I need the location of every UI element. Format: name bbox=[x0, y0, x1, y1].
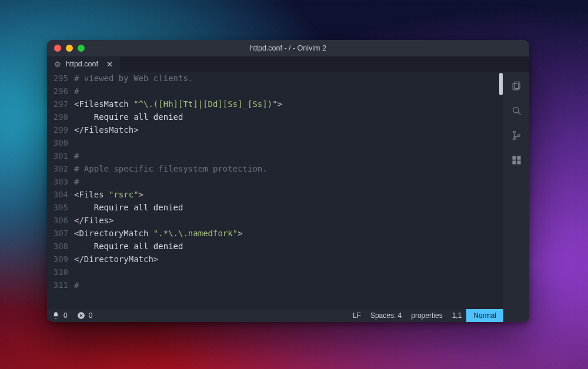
minimize-window-button[interactable] bbox=[66, 45, 73, 52]
code-line[interactable]: Require all denied bbox=[74, 110, 497, 123]
errors-count: 0 bbox=[89, 311, 93, 320]
code-line[interactable]: # bbox=[74, 175, 497, 188]
line-number: 305 bbox=[47, 201, 68, 214]
code-line[interactable]: # bbox=[74, 85, 497, 98]
code-line[interactable]: # bbox=[74, 149, 497, 162]
notifications-indicator[interactable]: 0 bbox=[47, 311, 72, 320]
vertical-scrollbar[interactable] bbox=[497, 72, 503, 309]
svg-rect-11 bbox=[517, 160, 520, 164]
line-number: 296 bbox=[47, 85, 68, 98]
svg-rect-8 bbox=[512, 156, 516, 159]
eol-indicator[interactable]: LF bbox=[348, 311, 366, 320]
code-line[interactable]: # bbox=[74, 279, 497, 291]
line-number: 297 bbox=[47, 98, 68, 110]
svg-rect-2 bbox=[513, 83, 519, 89]
svg-rect-10 bbox=[512, 160, 516, 164]
extensions-button[interactable] bbox=[510, 154, 522, 166]
status-bar: 0 0 LF Spaces: 4 properties 1,1 Normal bbox=[47, 309, 503, 322]
svg-point-3 bbox=[513, 107, 519, 113]
code-line[interactable]: </FilesMatch> bbox=[74, 123, 497, 136]
code-content[interactable]: # viewed by Web clients.#<FilesMatch "^\… bbox=[74, 72, 497, 309]
line-number: 298 bbox=[47, 110, 68, 123]
line-number: 301 bbox=[47, 149, 68, 162]
zoom-window-button[interactable] bbox=[78, 45, 85, 52]
code-line[interactable] bbox=[74, 136, 497, 149]
titlebar[interactable]: httpd.conf - / - Onivim 2 bbox=[47, 40, 529, 56]
tab-bar: ⚙ httpd.conf ✕ bbox=[47, 56, 529, 72]
activity-bar bbox=[503, 72, 529, 322]
notifications-count: 0 bbox=[64, 311, 68, 320]
errors-indicator[interactable]: 0 bbox=[72, 311, 98, 320]
code-line[interactable]: <FilesMatch "^\.([Hh][Tt]|[Dd][Ss]_[Ss])… bbox=[74, 98, 497, 110]
editor-window: httpd.conf - / - Onivim 2 ⚙ httpd.conf ✕… bbox=[47, 40, 529, 322]
window-title: httpd.conf - / - Onivim 2 bbox=[47, 44, 529, 52]
code-line[interactable]: # Apple specific filesystem protection. bbox=[74, 162, 497, 175]
error-icon bbox=[77, 311, 85, 320]
desktop-wallpaper: httpd.conf - / - Onivim 2 ⚙ httpd.conf ✕… bbox=[0, 0, 588, 369]
vim-mode-indicator: Normal bbox=[466, 309, 503, 322]
code-editor[interactable]: 2952962972982993003013023033043053063073… bbox=[47, 72, 503, 309]
line-number: 304 bbox=[47, 188, 68, 201]
code-line[interactable] bbox=[74, 266, 497, 279]
line-number: 311 bbox=[47, 279, 68, 291]
source-control-button[interactable] bbox=[510, 129, 522, 141]
line-number: 303 bbox=[47, 175, 68, 188]
line-number: 306 bbox=[47, 214, 68, 227]
window-controls bbox=[54, 45, 85, 52]
line-number: 302 bbox=[47, 162, 68, 175]
svg-point-5 bbox=[513, 131, 514, 133]
line-number: 310 bbox=[47, 266, 68, 279]
cursor-position[interactable]: 1,1 bbox=[447, 311, 467, 320]
svg-rect-9 bbox=[517, 156, 520, 159]
line-number: 308 bbox=[47, 240, 68, 253]
code-line[interactable]: </Files> bbox=[74, 214, 497, 227]
svg-point-7 bbox=[517, 134, 519, 136]
bell-icon bbox=[52, 311, 60, 320]
code-line[interactable]: </DirectoryMatch> bbox=[74, 253, 497, 266]
code-line[interactable]: <Files "rsrc"> bbox=[74, 188, 497, 201]
line-number: 309 bbox=[47, 253, 68, 266]
line-number: 299 bbox=[47, 123, 68, 136]
close-tab-button[interactable]: ✕ bbox=[106, 60, 113, 69]
line-number: 307 bbox=[47, 227, 68, 240]
line-number-gutter: 2952962972982993003013023033043053063073… bbox=[47, 72, 74, 309]
svg-rect-1 bbox=[514, 82, 520, 88]
scrollbar-thumb[interactable] bbox=[499, 73, 503, 95]
indent-indicator[interactable]: Spaces: 4 bbox=[366, 311, 406, 320]
code-line[interactable]: <DirectoryMatch ".*\.\.namedfork"> bbox=[74, 227, 497, 240]
code-line[interactable]: # viewed by Web clients. bbox=[74, 72, 497, 85]
code-line[interactable]: Require all denied bbox=[74, 201, 497, 214]
line-number: 295 bbox=[47, 72, 68, 85]
svg-line-4 bbox=[517, 112, 520, 115]
search-button[interactable] bbox=[510, 105, 522, 116]
tab-label: httpd.conf bbox=[66, 60, 98, 68]
explorer-button[interactable] bbox=[510, 80, 522, 92]
line-number: 300 bbox=[47, 136, 68, 149]
filetype-indicator[interactable]: properties bbox=[406, 311, 447, 320]
tab-httpd-conf[interactable]: ⚙ httpd.conf ✕ bbox=[47, 56, 121, 72]
code-line[interactable]: Require all denied bbox=[74, 240, 497, 253]
svg-point-6 bbox=[513, 137, 514, 139]
close-window-button[interactable] bbox=[54, 45, 61, 52]
gear-icon: ⚙ bbox=[54, 60, 61, 69]
